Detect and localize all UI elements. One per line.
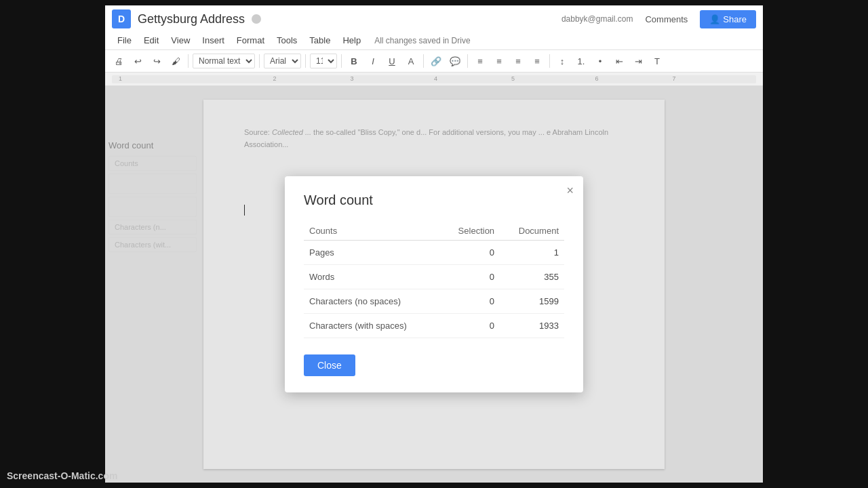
- share-button[interactable]: 👤 Share: [700, 10, 756, 28]
- menu-format[interactable]: Format: [231, 33, 270, 48]
- separator-3: [305, 54, 306, 68]
- row-pages-selection: 0: [440, 241, 500, 265]
- clear-format-button[interactable]: T: [649, 53, 665, 69]
- separator-6: [467, 54, 468, 68]
- italic-button[interactable]: I: [365, 53, 381, 69]
- bottom-border: [105, 483, 763, 488]
- row-chars-nospaces-label: Characters (no spaces): [304, 289, 440, 314]
- menu-table[interactable]: Table: [304, 33, 336, 48]
- link-button[interactable]: 🔗: [428, 53, 444, 69]
- col-header-selection: Selection: [440, 222, 500, 241]
- separator-1: [188, 54, 189, 68]
- align-center-button[interactable]: ≡: [491, 53, 507, 69]
- separator-2: [259, 54, 260, 68]
- dialog-title: Word count: [304, 192, 564, 208]
- size-select[interactable]: 11: [310, 54, 337, 68]
- row-chars-spaces-label: Characters (with spaces): [304, 314, 440, 338]
- header: D Gettysburg Address dabbyk@gmail.com Co…: [105, 5, 763, 50]
- dialog-close-button[interactable]: ×: [566, 184, 574, 197]
- row-words-document: 355: [500, 265, 564, 289]
- header-top: D Gettysburg Address dabbyk@gmail.com Co…: [112, 9, 756, 28]
- align-right-button[interactable]: ≡: [510, 53, 526, 69]
- menu-view[interactable]: View: [165, 33, 195, 48]
- header-right: dabbyk@gmail.com Comments 👤 Share: [561, 10, 756, 28]
- word-count-table: Counts Selection Document Pages 0 1 Word…: [304, 222, 564, 338]
- row-pages-document: 1: [500, 241, 564, 265]
- docs-logo: D: [112, 9, 131, 28]
- separator-4: [341, 54, 342, 68]
- align-justify-button[interactable]: ≡: [529, 53, 545, 69]
- row-chars-spaces-selection: 0: [440, 314, 500, 338]
- align-left-button[interactable]: ≡: [472, 53, 488, 69]
- watermark: Screencast-O-Matic.com: [7, 470, 117, 481]
- print-button[interactable]: 🖨: [111, 53, 127, 69]
- ruler: 1 2 3 4 5 6 7: [105, 73, 763, 86]
- row-words-selection: 0: [440, 265, 500, 289]
- redo-button[interactable]: ↪: [149, 53, 165, 69]
- ordered-list-button[interactable]: 1.: [573, 53, 589, 69]
- menu-insert[interactable]: Insert: [197, 33, 230, 48]
- bold-button[interactable]: B: [346, 53, 362, 69]
- toolbar: 🖨 ↩ ↪ 🖌 Normal text Arial 11 B I U A 🔗 💬…: [105, 50, 763, 73]
- table-row: Pages 0 1: [304, 241, 564, 265]
- share-icon: 👤: [709, 14, 720, 24]
- menu-tools[interactable]: Tools: [271, 33, 302, 48]
- doc-area[interactable]: Word count Counts Characters (n... Chara…: [105, 86, 763, 483]
- left-border: [0, 0, 105, 488]
- undo-button[interactable]: ↩: [130, 53, 146, 69]
- indent-more-button[interactable]: ⇥: [630, 53, 646, 69]
- doc-status-indicator: [252, 14, 261, 24]
- table-row: Characters (no spaces) 0 1599: [304, 289, 564, 314]
- text-color-button[interactable]: A: [403, 53, 419, 69]
- line-spacing-button[interactable]: ↕: [554, 53, 570, 69]
- menu-help[interactable]: Help: [337, 33, 366, 48]
- modal-overlay: Word count × Counts Selection Document P…: [105, 86, 763, 483]
- separator-5: [423, 54, 424, 68]
- row-words-label: Words: [304, 265, 440, 289]
- row-chars-spaces-document: 1933: [500, 314, 564, 338]
- style-select[interactable]: Normal text: [193, 54, 255, 68]
- row-pages-label: Pages: [304, 241, 440, 265]
- row-chars-nospaces-selection: 0: [440, 289, 500, 314]
- unordered-list-button[interactable]: •: [592, 53, 608, 69]
- menu-bar: File Edit View Insert Format Tools Table…: [112, 31, 756, 49]
- row-chars-nospaces-document: 1599: [500, 289, 564, 314]
- close-button[interactable]: Close: [304, 354, 355, 376]
- paint-format-button[interactable]: 🖌: [167, 53, 184, 69]
- menu-file[interactable]: File: [112, 33, 137, 48]
- separator-7: [549, 54, 550, 68]
- table-row: Words 0 355: [304, 265, 564, 289]
- col-header-counts: Counts: [304, 222, 440, 241]
- user-email: dabbyk@gmail.com: [561, 14, 633, 24]
- menu-edit[interactable]: Edit: [138, 33, 164, 48]
- top-border: [105, 0, 763, 5]
- autosave-text: All changes saved in Drive: [374, 36, 470, 45]
- right-border: [763, 0, 868, 488]
- col-header-document: Document: [500, 222, 564, 241]
- underline-button[interactable]: U: [384, 53, 400, 69]
- docs-app: D Gettysburg Address dabbyk@gmail.com Co…: [105, 5, 763, 483]
- table-row: Characters (with spaces) 0 1933: [304, 314, 564, 338]
- comments-button[interactable]: Comments: [639, 12, 693, 27]
- comment-button[interactable]: 💬: [447, 53, 463, 69]
- ruler-bar: 1 2 3 4 5 6 7: [112, 75, 756, 83]
- font-select[interactable]: Arial: [264, 54, 301, 68]
- doc-title[interactable]: Gettysburg Address: [138, 12, 245, 26]
- word-count-dialog: Word count × Counts Selection Document P…: [285, 176, 583, 392]
- indent-less-button[interactable]: ⇤: [611, 53, 627, 69]
